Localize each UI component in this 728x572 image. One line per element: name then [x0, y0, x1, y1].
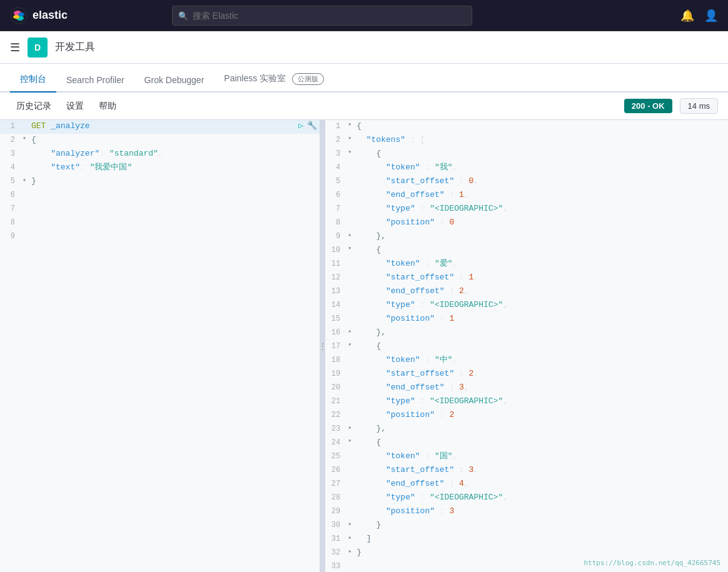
elastic-logo-icon [10, 7, 28, 24]
out-code-13: "end_offset" : 2, [356, 285, 725, 298]
out-num-22: 22 [328, 409, 348, 421]
out-code-9: }, [356, 230, 725, 243]
out-fold-9[interactable]: ▴ [348, 230, 356, 240]
app-title: 开发工具 [55, 41, 95, 54]
line-fold-5[interactable]: ▴ [23, 175, 31, 185]
time-badge: 14 ms [680, 98, 718, 114]
out-num-24: 24 [328, 436, 348, 449]
out-num-9: 9 [328, 230, 348, 243]
out-code-31: ] [356, 533, 725, 546]
notification-icon[interactable]: 🔔 [680, 9, 694, 23]
out-fold-8 [348, 216, 356, 226]
top-navigation: elastic 🔍 🔔 👤 [0, 0, 728, 31]
editor-line-2[interactable]: 2 ▾ { [0, 134, 320, 148]
user-icon[interactable]: 👤 [704, 9, 718, 23]
out-fold-16[interactable]: ▴ [348, 326, 356, 336]
output-line-9: 9 ▴ }, [325, 230, 728, 244]
out-code-3: { [356, 148, 725, 161]
editor-line-8[interactable]: 8 [0, 216, 320, 230]
tab-console[interactable]: 控制台 [10, 66, 56, 93]
editor-line-9[interactable]: 9 [0, 230, 320, 244]
editor-panel[interactable]: 1 GET _analyze ▷ 🔧 2 ▾ { 3 "analyzer": "… [0, 120, 320, 572]
out-fold-23[interactable]: ▴ [348, 423, 356, 433]
out-num-1: 1 [328, 120, 348, 133]
editor-line-3[interactable]: 3 "analyzer": "standard", [0, 148, 320, 161]
logo-text: elastic [33, 9, 68, 22]
help-button[interactable]: 帮助 [93, 97, 123, 116]
line-num-7: 7 [3, 203, 23, 215]
out-code-18: "token" : "中", [356, 354, 725, 367]
out-num-25: 25 [328, 450, 348, 463]
out-num-21: 21 [328, 395, 348, 408]
settings-button[interactable]: 设置 [60, 97, 90, 116]
hamburger-button[interactable]: ☰ [10, 41, 20, 54]
editor-line-7[interactable]: 7 [0, 203, 320, 216]
out-num-6: 6 [328, 189, 348, 201]
search-input[interactable] [172, 6, 472, 26]
wrench-icon[interactable]: 🔧 [307, 120, 317, 133]
line-code-1: GET _analyze [31, 120, 293, 133]
out-code-16: }, [356, 326, 725, 339]
output-line-24: 24 ▾ { [325, 436, 728, 450]
out-fold-2[interactable]: ▾ [348, 134, 356, 144]
out-code-29: "position" : 3 [356, 505, 725, 518]
out-num-27: 27 [328, 478, 348, 490]
line-num-3: 3 [3, 148, 23, 160]
out-fold-26 [348, 464, 356, 474]
line-code-5: } [31, 175, 317, 188]
out-code-22: "position" : 2 [356, 409, 725, 422]
output-line-17: 17 ▾ { [325, 340, 728, 354]
top-nav-right: 🔔 👤 [680, 9, 718, 23]
line-num-5: 5 [3, 175, 23, 188]
elastic-logo[interactable]: elastic [10, 7, 68, 24]
out-code-1: { [356, 120, 725, 133]
out-code-14: "type" : "<IDEOGRAPHIC>", [356, 299, 725, 312]
line-fold-2[interactable]: ▾ [23, 134, 31, 144]
line-num-9: 9 [3, 230, 23, 243]
out-fold-17[interactable]: ▾ [348, 340, 356, 350]
out-fold-32[interactable]: ▴ [348, 546, 356, 556]
out-code-8: "position" : 0 [356, 216, 725, 229]
out-fold-10[interactable]: ▾ [348, 244, 356, 254]
out-fold-24[interactable]: ▾ [348, 436, 356, 446]
out-code-12: "start_offset" : 1, [356, 271, 725, 284]
output-line-22: 22 "position" : 2 [325, 409, 728, 423]
out-code-24: { [356, 436, 725, 449]
out-num-14: 14 [328, 299, 348, 311]
panel-divider[interactable]: ⋮ [320, 120, 325, 572]
out-num-18: 18 [328, 354, 348, 366]
out-fold-21 [348, 395, 356, 405]
out-code-19: "start_offset" : 2, [356, 368, 725, 381]
output-line-14: 14 "type" : "<IDEOGRAPHIC>", [325, 299, 728, 313]
out-fold-1[interactable]: ▾ [348, 120, 356, 130]
out-fold-31[interactable]: ▴ [348, 533, 356, 543]
line-fold-1 [23, 120, 31, 130]
app-avatar: D [28, 38, 48, 58]
tab-grok-debugger[interactable]: Grok Debugger [134, 68, 215, 93]
out-code-17: { [356, 340, 725, 353]
svg-point-4 [18, 13, 24, 16]
editor-line-6[interactable]: 6 [0, 189, 320, 203]
svg-point-3 [13, 15, 19, 19]
out-code-7: "type" : "<IDEOGRAPHIC>", [356, 203, 725, 216]
app-header: ☰ D 开发工具 [0, 31, 728, 64]
out-fold-18 [348, 354, 356, 364]
global-search: 🔍 [172, 6, 472, 26]
editor-line-1[interactable]: 1 GET _analyze ▷ 🔧 [0, 120, 320, 134]
history-button[interactable]: 历史记录 [10, 97, 58, 116]
out-fold-3[interactable]: ▾ [348, 148, 356, 158]
editor-line-4[interactable]: 4 "text": "我爱中国" [0, 161, 320, 175]
out-num-29: 29 [328, 505, 348, 518]
run-icon[interactable]: ▷ [298, 120, 303, 133]
out-fold-27 [348, 478, 356, 488]
output-panel[interactable]: 1 ▾ { 2 ▾ "tokens" : [ 3 ▾ { 4 "token" :… [325, 120, 728, 572]
out-num-11: 11 [328, 258, 348, 270]
output-line-4: 4 "token" : "我", [325, 161, 728, 175]
editor-line-5[interactable]: 5 ▴ } [0, 175, 320, 189]
output-line-32: 32 ▴ } [325, 546, 728, 560]
tab-painless-lab[interactable]: Painless 实验室 公测版 [214, 66, 334, 93]
out-fold-30[interactable]: ▴ [348, 519, 356, 529]
out-code-27: "end_offset" : 4, [356, 478, 725, 491]
tab-search-profiler[interactable]: Search Profiler [56, 68, 134, 93]
out-num-12: 12 [328, 271, 348, 284]
